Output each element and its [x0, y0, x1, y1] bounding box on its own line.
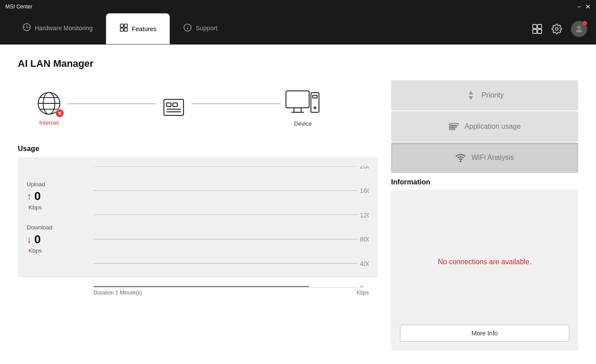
chart-unit: Kbps: [357, 290, 369, 296]
avatar[interactable]: [571, 21, 587, 37]
no-connections-text: No connections are available.: [438, 199, 531, 325]
tab-support[interactable]: Support: [170, 13, 231, 44]
usage-card: Upload ↑ 0 Kbps Download ↓ 0: [18, 157, 378, 278]
line-internet-router: [67, 103, 156, 104]
svg-rect-21: [173, 103, 177, 106]
download-value: 0: [34, 233, 41, 246]
information-card: No connections are available. More Info: [391, 190, 578, 351]
globe-icon: ×: [36, 90, 62, 117]
svg-rect-1: [120, 24, 123, 27]
usage-chart: 2000 1600 1200 800 400 0: [94, 166, 369, 288]
support-icon: [183, 23, 192, 33]
svg-text:×: ×: [58, 110, 61, 117]
svg-text:1600: 1600: [360, 187, 369, 194]
upload-value: 0: [34, 189, 41, 203]
tab-support-label: Support: [196, 25, 217, 32]
chart-duration: Duration 1 Minute(s): [94, 290, 142, 296]
chart-footer: Duration 1 Minute(s) Kbps: [94, 290, 369, 296]
line-router-device: [192, 103, 281, 104]
device-icon: [285, 89, 321, 118]
svg-rect-29: [313, 95, 317, 98]
content-grid: × Internet: [18, 80, 578, 351]
app-title: MSI Center: [5, 4, 33, 10]
close-button[interactable]: ✕: [585, 4, 591, 10]
router-icon: [160, 94, 187, 123]
wifi-analysis-label: WiFi Analysis: [471, 154, 514, 162]
svg-text:0: 0: [360, 284, 363, 288]
chart-container: 2000 1600 1200 800 400 0: [94, 166, 369, 288]
tab-features[interactable]: Features: [106, 13, 170, 44]
upload-arrow-icon: ↑: [27, 191, 32, 202]
nav-tabs: Hardware Monitoring Features Support: [9, 13, 532, 44]
upload-label: Upload: [27, 181, 45, 188]
download-value-row: ↓ 0: [27, 233, 41, 246]
information-label: Information: [391, 178, 578, 186]
more-info-button[interactable]: More Info: [400, 325, 569, 342]
svg-rect-19: [164, 99, 184, 115]
router-node: [160, 94, 187, 123]
left-panel: × Internet: [18, 80, 378, 351]
usage-stats: Upload ↑ 0 Kbps Download ↓ 0: [27, 166, 85, 269]
main-content: AI LAN Manager: [0, 45, 596, 364]
usage-section-label: Usage: [18, 145, 378, 153]
svg-point-11: [577, 25, 580, 29]
grid-view-button[interactable]: [532, 24, 543, 34]
download-unit: Kbps: [29, 247, 42, 254]
svg-text:2000: 2000: [360, 166, 369, 170]
upload-value-row: ↑ 0: [27, 189, 41, 203]
svg-point-10: [555, 28, 558, 30]
download-arrow-icon: ↓: [27, 234, 32, 245]
nav-bar: Hardware Monitoring Features Support: [0, 13, 596, 45]
upload-stat: Upload ↑ 0 Kbps: [27, 181, 85, 211]
page-title: AI LAN Manager: [18, 58, 578, 70]
tab-hardware-monitoring-label: Hardware Monitoring: [35, 25, 93, 32]
svg-rect-4: [124, 28, 127, 31]
svg-rect-45: [449, 126, 457, 127]
settings-button[interactable]: [551, 24, 562, 34]
title-bar-left: MSI Center: [5, 4, 33, 10]
device-label: Device: [294, 120, 312, 127]
internet-node: × Internet: [36, 90, 62, 126]
priority-button[interactable]: Priority: [391, 80, 578, 110]
svg-rect-20: [167, 103, 171, 106]
application-usage-button[interactable]: Application usage: [391, 111, 578, 142]
download-label: Download: [27, 224, 53, 231]
svg-rect-7: [538, 25, 542, 29]
svg-rect-2: [124, 24, 127, 27]
svg-point-47: [460, 161, 461, 162]
error-badge: ×: [55, 109, 64, 118]
nav-right: [532, 21, 587, 37]
svg-text:1200: 1200: [360, 211, 369, 218]
hardware-monitoring-icon: [22, 23, 31, 34]
upload-unit: Kbps: [29, 204, 42, 211]
svg-text:800: 800: [360, 236, 369, 243]
tab-features-label: Features: [132, 25, 156, 33]
svg-text:400: 400: [360, 260, 369, 267]
wifi-analysis-button[interactable]: WiFi Analysis: [391, 143, 578, 173]
svg-point-30: [314, 107, 316, 109]
title-bar-controls: − ✕: [577, 4, 591, 10]
minimize-button[interactable]: −: [577, 4, 581, 10]
internet-label: Internet: [39, 119, 59, 126]
svg-rect-24: [286, 91, 309, 108]
svg-rect-9: [538, 29, 542, 33]
download-stat: Download ↓ 0 Kbps: [27, 224, 85, 254]
device-node: Device: [285, 89, 321, 127]
chart-area: 2000 1600 1200 800 400 0: [94, 166, 369, 269]
svg-rect-46: [449, 128, 455, 130]
svg-rect-8: [533, 29, 537, 33]
svg-rect-44: [449, 123, 458, 125]
network-diagram: × Internet: [18, 80, 378, 136]
priority-label: Priority: [482, 91, 504, 99]
right-panel: Priority Application usage: [391, 80, 578, 351]
svg-rect-3: [120, 28, 123, 31]
features-icon: [119, 23, 128, 34]
application-usage-label: Application usage: [465, 123, 521, 131]
title-bar: MSI Center − ✕: [0, 0, 596, 13]
usage-section: Usage Upload ↑ 0 Kbps Download: [18, 145, 378, 351]
tab-hardware-monitoring[interactable]: Hardware Monitoring: [9, 13, 106, 44]
right-btn-group: Priority Application usage: [391, 80, 578, 173]
svg-rect-6: [533, 25, 537, 29]
avatar-notification-dot: [583, 21, 587, 25]
